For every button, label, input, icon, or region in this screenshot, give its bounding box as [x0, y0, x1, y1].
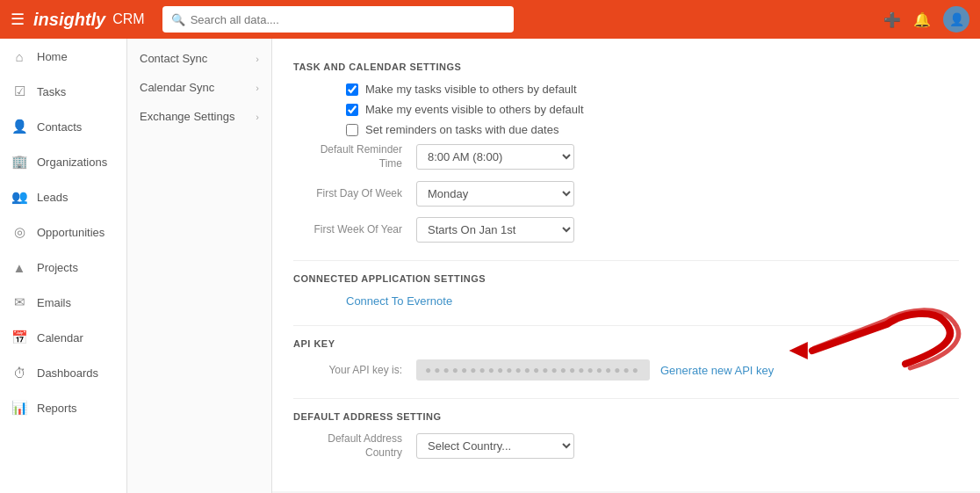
first-week-row: First Week Of Year Starts On Jan 1st Fir…	[293, 217, 959, 243]
api-key-masked: ●●●●●●●●●●●●●●●●●●●●●●●●	[425, 364, 641, 376]
top-nav: ☰ insightly CRM 🔍 ➕ 🔔 👤	[0, 0, 980, 39]
checkbox-row-1: Make my tasks visible to others by defau…	[293, 83, 959, 96]
hamburger-icon[interactable]: ☰	[11, 10, 25, 29]
sidebar-item-organizations[interactable]: 🏢 Organizations	[0, 144, 126, 179]
sub-label-exchange-settings: Exchange Settings	[140, 110, 234, 123]
app-name: CRM	[112, 11, 144, 27]
divider-1	[293, 260, 959, 261]
leads-icon: 👥	[11, 188, 28, 206]
organizations-icon: 🏢	[11, 153, 28, 170]
sidebar-item-dashboards[interactable]: ⏱ Dashboards	[0, 355, 126, 390]
sidebar-item-calendar[interactable]: 📅 Calendar	[0, 320, 126, 355]
default-country-select[interactable]: Select Country... United States United K…	[416, 433, 574, 459]
sidebar-item-opportunities[interactable]: ◎ Opportunities	[0, 214, 126, 250]
sidebar-label-contacts: Contacts	[37, 120, 82, 134]
connected-apps-section: CONNECTED APPLICATION SETTINGS Connect T…	[293, 273, 959, 308]
contacts-icon: 👤	[11, 118, 28, 135]
divider-2	[293, 325, 959, 326]
divider-3	[293, 398, 959, 399]
reminders-checkbox[interactable]	[346, 124, 358, 136]
sidebar-item-projects[interactable]: ▲ Projects	[0, 250, 126, 285]
first-day-row: First Day Of Week Monday Sunday	[293, 181, 959, 207]
sidebar-label-emails: Emails	[37, 296, 71, 309]
sub-item-contact-sync[interactable]: Contact Sync ›	[127, 44, 271, 73]
sidebar-label-opportunities: Opportunities	[37, 226, 104, 239]
reminder-time-select[interactable]: 8:00 AM (8:00) 9:00 AM (9:00)	[416, 144, 574, 170]
opportunities-icon: ◎	[11, 223, 28, 241]
search-icon: 🔍	[171, 13, 185, 26]
logo: insightly	[33, 10, 105, 30]
api-key-value: ●●●●●●●●●●●●●●●●●●●●●●●●	[416, 359, 650, 381]
sidebar-label-projects: Projects	[37, 261, 78, 274]
chevron-right-icon: ›	[256, 83, 259, 93]
sub-item-exchange-settings[interactable]: Exchange Settings ›	[127, 102, 271, 131]
first-day-select[interactable]: Monday Sunday	[416, 181, 574, 207]
sidebar-item-home[interactable]: ⌂ Home	[0, 39, 126, 74]
sidebar: ⌂ Home ☑ Tasks 👤 Contacts 🏢 Organization…	[0, 39, 127, 493]
sidebar-item-reports[interactable]: 📊 Reports	[0, 390, 126, 425]
chevron-right-icon: ›	[256, 112, 259, 122]
sidebar-label-dashboards: Dashboards	[37, 366, 98, 380]
add-icon[interactable]: ➕	[883, 11, 901, 28]
api-key-row: Your API key is: ●●●●●●●●●●●●●●●●●●●●●●●…	[293, 359, 959, 381]
sub-label-calendar-sync: Calendar Sync	[140, 81, 214, 94]
avatar[interactable]: 👤	[943, 6, 969, 33]
first-week-label: First Week Of Year	[293, 223, 416, 237]
reports-icon: 📊	[11, 399, 28, 417]
sub-sidebar: Contact Sync › Calendar Sync › Exchange …	[127, 39, 272, 493]
main-content: TASK AND CALENDAR SETTINGS Make my tasks…	[272, 39, 980, 491]
sidebar-label-calendar: Calendar	[37, 331, 83, 344]
sidebar-label-reports: Reports	[37, 402, 77, 415]
sidebar-item-leads[interactable]: 👥 Leads	[0, 179, 126, 214]
sub-label-contact-sync: Contact Sync	[140, 52, 207, 65]
api-key-section: API KEY Your API key is: ●●●●●●●●●●●●●●●…	[293, 338, 959, 381]
reminders-label: Set reminders on tasks with due dates	[365, 123, 558, 136]
projects-icon: ▲	[11, 258, 28, 276]
sidebar-item-contacts[interactable]: 👤 Contacts	[0, 109, 126, 144]
calendar-icon: 📅	[11, 329, 28, 346]
reminder-time-row: Default ReminderTime 8:00 AM (8:00) 9:00…	[293, 143, 959, 170]
emails-icon: ✉	[11, 294, 28, 311]
first-day-label: First Day Of Week	[293, 187, 416, 201]
sub-item-calendar-sync[interactable]: Calendar Sync ›	[127, 73, 271, 102]
tasks-visible-checkbox[interactable]	[346, 83, 358, 96]
sidebar-label-leads: Leads	[37, 191, 68, 204]
sidebar-label-home: Home	[37, 50, 68, 63]
search-bar: 🔍	[162, 6, 514, 33]
top-nav-icons: ➕ 🔔 👤	[883, 6, 969, 33]
bell-icon[interactable]: 🔔	[913, 11, 931, 28]
connected-apps-title: CONNECTED APPLICATION SETTINGS	[293, 273, 959, 284]
api-key-title: API KEY	[293, 338, 959, 349]
dashboards-icon: ⏱	[11, 364, 28, 381]
main-wrapper: TASK AND CALENDAR SETTINGS Make my tasks…	[272, 39, 980, 493]
sidebar-item-emails[interactable]: ✉ Emails	[0, 285, 126, 320]
default-address-section: DEFAULT ADDRESS SETTING Default Address …	[293, 411, 959, 460]
default-address-title: DEFAULT ADDRESS SETTING	[293, 411, 959, 422]
chevron-right-icon: ›	[256, 54, 259, 64]
tasks-icon: ☑	[11, 83, 28, 100]
connect-evernote-link[interactable]: Connect To Evernote	[346, 294, 452, 308]
search-input[interactable]	[191, 13, 505, 26]
home-icon: ⌂	[11, 47, 28, 65]
events-visible-label: Make my events visible to others by defa…	[365, 103, 584, 116]
api-key-label: Your API key is:	[293, 364, 416, 376]
reminder-time-label: Default ReminderTime	[293, 143, 416, 170]
events-visible-checkbox[interactable]	[346, 104, 358, 116]
first-week-select[interactable]: Starts On Jan 1st First Full Week First …	[416, 217, 574, 243]
sidebar-label-organizations: Organizations	[37, 156, 107, 169]
sidebar-label-tasks: Tasks	[37, 85, 66, 98]
default-country-row: Default Address Country Select Country..…	[293, 432, 959, 460]
task-calendar-title: TASK AND CALENDAR SETTINGS	[293, 62, 959, 72]
generate-api-key-link[interactable]: Generate new API key	[660, 364, 774, 377]
checkbox-row-2: Make my events visible to others by defa…	[293, 103, 959, 116]
tasks-visible-label: Make my tasks visible to others by defau…	[365, 83, 577, 96]
checkbox-row-3: Set reminders on tasks with due dates	[293, 123, 959, 136]
task-calendar-section: TASK AND CALENDAR SETTINGS Make my tasks…	[293, 62, 959, 243]
sidebar-item-tasks[interactable]: ☑ Tasks	[0, 74, 126, 109]
default-country-label: Default Address Country	[293, 432, 416, 460]
